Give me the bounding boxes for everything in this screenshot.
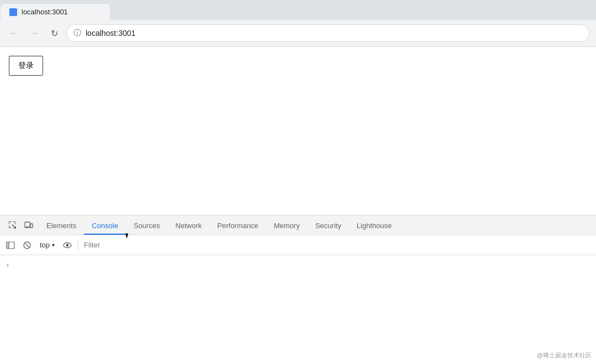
browser-chrome: localhost:3001 ← → ↻ ⓘ localhost:3001 <box>0 0 596 47</box>
svg-rect-1 <box>9 221 9 224</box>
toolbar-divider <box>78 240 78 251</box>
reload-button[interactable]: ↻ <box>46 25 62 41</box>
tab-bar: localhost:3001 <box>0 0 596 20</box>
tab-sources[interactable]: Sources <box>126 217 168 235</box>
svg-point-18 <box>66 244 69 246</box>
address-text: localhost:3001 <box>86 29 582 38</box>
eye-icon-button[interactable] <box>60 238 75 252</box>
tab-elements[interactable]: Elements <box>39 217 84 235</box>
address-bar[interactable]: ⓘ localhost:3001 <box>66 24 589 42</box>
console-body: › <box>0 255 596 275</box>
tab-lighthouse[interactable]: Lighthouse <box>349 217 400 235</box>
back-button[interactable]: ← <box>7 25 22 41</box>
watermark: @稀土掘金技术社区 <box>537 351 592 360</box>
tab-console[interactable]: Console <box>84 217 126 235</box>
console-toolbar: top ▾ <box>0 235 596 255</box>
login-button[interactable]: 登录 <box>9 56 43 76</box>
clear-console-button[interactable] <box>20 238 34 252</box>
tab-security[interactable]: Security <box>308 217 349 235</box>
device-toolbar-icon[interactable] <box>21 217 36 233</box>
svg-line-6 <box>12 225 15 228</box>
svg-line-16 <box>25 243 29 247</box>
tab-performance[interactable]: Performance <box>209 217 266 235</box>
forward-button[interactable]: → <box>27 25 42 41</box>
svg-rect-13 <box>7 242 9 249</box>
sidebar-toggle-button[interactable] <box>3 238 18 252</box>
address-bar-row: ← → ↻ ⓘ localhost:3001 <box>0 20 596 46</box>
info-icon: ⓘ <box>73 28 81 38</box>
devtools-icon-group <box>2 215 39 235</box>
devtools-tab-bar: Elements Console Sources Network Perform… <box>0 215 596 235</box>
tab-memory[interactable]: Memory <box>266 217 308 235</box>
console-chevron[interactable]: › <box>7 260 9 271</box>
tab-favicon <box>9 8 17 16</box>
console-filter-input[interactable] <box>82 241 593 249</box>
svg-rect-5 <box>9 228 12 228</box>
tab-network[interactable]: Network <box>168 217 210 235</box>
page-content: 登录 <box>0 47 596 215</box>
svg-rect-3 <box>15 221 15 224</box>
tab-title: localhost:3001 <box>22 8 101 16</box>
devtools-panel: Elements Console Sources Network Perform… <box>0 215 596 364</box>
svg-rect-11 <box>26 226 29 227</box>
chevron-down-icon: ▾ <box>52 242 55 248</box>
inspect-element-icon[interactable] <box>4 217 20 233</box>
browser-tab[interactable]: localhost:3001 <box>0 3 110 20</box>
context-selector[interactable]: top ▾ <box>36 238 58 252</box>
svg-rect-10 <box>30 224 33 228</box>
